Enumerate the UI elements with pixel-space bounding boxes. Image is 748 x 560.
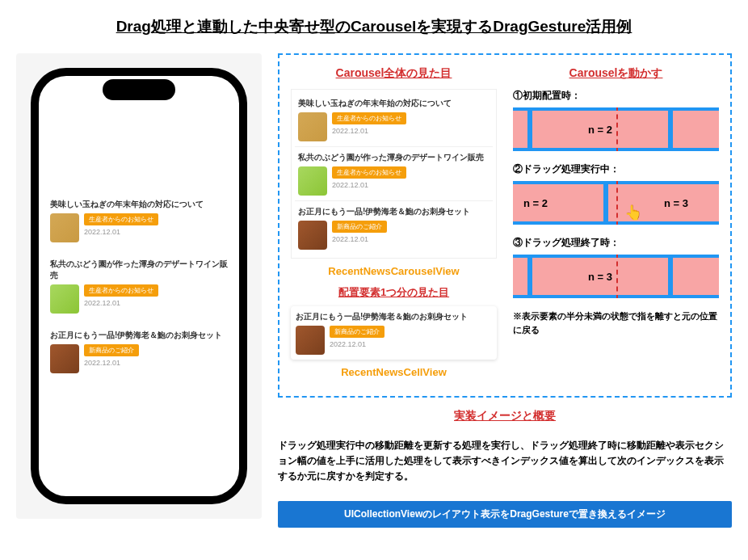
news-thumbnail <box>298 166 327 196</box>
news-date: 2022.12.01 <box>332 181 406 189</box>
news-title: 美味しい玉ねぎの年末年始の対応について <box>50 199 228 210</box>
news-date: 2022.12.01 <box>84 299 158 307</box>
phone-wrapper: 美味しい玉ねぎの年末年始の対応について 生産者からのお知らせ 2022.12.0… <box>16 53 262 519</box>
carousel-diagram-ended: n = 3 <box>513 255 719 298</box>
page-title: Drag処理と連動した中央寄せ型のCarouselを実現するDragGestur… <box>16 16 732 37</box>
news-thumbnail <box>298 221 327 250</box>
list-item: お正月にもう一品!伊勢海老＆鮑のお刺身セット 新商品のご紹介 2022.12.0… <box>45 325 233 378</box>
dashed-box: Carousel全体の見た目 美味しい玉ねぎの年末年始の対応について 生産者から… <box>278 53 732 398</box>
news-thumbnail <box>50 213 79 242</box>
news-title: 私共のぶどう園が作った渾身のデザートワイン販売 <box>50 259 228 281</box>
phone-notch <box>103 79 175 100</box>
category-badge: 新商品のご紹介 <box>84 344 139 356</box>
news-thumbnail <box>50 344 79 373</box>
slide <box>513 258 527 295</box>
section-title: 配置要素1つ分の見た目 <box>291 285 497 300</box>
step-label: ①初期配置時： <box>513 89 719 103</box>
news-title: お正月にもう一品!伊勢海老＆鮑のお刺身セット <box>296 311 492 322</box>
slide: n = 2 <box>513 184 603 221</box>
step-label: ③ドラッグ処理終了時： <box>513 236 719 250</box>
pointer-hand-icon: 👆 <box>624 204 642 221</box>
phone-screen: 美味しい玉ねぎの年末年始の対応について 生産者からのお知らせ 2022.12.0… <box>39 76 239 496</box>
carousel-diagram-dragging: n = 2 n = 3 👆 <box>513 181 719 225</box>
phone-news-list: 美味しい玉ねぎの年末年始の対応について 生産者からのお知らせ 2022.12.0… <box>45 194 233 378</box>
slide <box>673 258 719 295</box>
category-badge: 生産者からのお知らせ <box>84 284 158 297</box>
center-line <box>616 107 618 151</box>
slide <box>673 111 719 148</box>
category-badge: 新商品のご紹介 <box>330 326 385 338</box>
category-badge: 新商品のご紹介 <box>332 221 387 233</box>
center-line <box>616 255 618 298</box>
behavior-note: ※表示要素の半分未満の状態で指を離すと元の位置に戻る <box>513 309 719 336</box>
news-title: お正月にもう一品!伊勢海老＆鮑のお刺身セット <box>298 206 490 217</box>
right-panel: Carousel全体の見た目 美味しい玉ねぎの年末年始の対応について 生産者から… <box>278 53 732 528</box>
news-title: 私共のぶどう園が作った渾身のデザートワイン販売 <box>298 152 490 163</box>
phone-mockup: 美味しい玉ねぎの年末年始の対応について 生産者からのお知らせ 2022.12.0… <box>31 68 247 504</box>
category-badge: 生産者からのお知らせ <box>332 112 406 124</box>
slide <box>513 111 527 148</box>
view-caption: RecentNewsCarouselView <box>291 265 497 277</box>
carousel-preview-list: 美味しい玉ねぎの年末年始の対応について 生産者からのお知らせ 2022.12.0… <box>291 89 497 259</box>
implementation-description: ドラッグ処理実行中の移動距離を更新する処理を実行し、ドラッグ処理終了時に移動距離… <box>278 438 732 485</box>
step-label: ②ドラッグ処理実行中： <box>513 162 719 176</box>
list-item: 私共のぶどう園が作った渾身のデザートワイン販売 生産者からのお知らせ 2022.… <box>295 147 493 201</box>
news-thumbnail <box>296 326 325 355</box>
single-cell-preview: お正月にもう一品!伊勢海老＆鮑のお刺身セット 新商品のご紹介 2022.12.0… <box>291 306 497 360</box>
news-date: 2022.12.01 <box>330 340 385 348</box>
category-badge: 生産者からのお知らせ <box>332 166 406 179</box>
section-title: Carouselを動かす <box>513 66 719 81</box>
news-title: 美味しい玉ねぎの年末年始の対応について <box>298 98 490 109</box>
slide: n = 3 <box>532 258 668 295</box>
column-carousel-appearance: Carousel全体の見た目 美味しい玉ねぎの年末年始の対応について 生産者から… <box>291 66 497 385</box>
news-date: 2022.12.01 <box>332 235 387 243</box>
list-item: 美味しい玉ねぎの年末年始の対応について 生産者からのお知らせ 2022.12.0… <box>295 93 493 147</box>
list-item: 私共のぶどう園が作った渾身のデザートワイン販売 生産者からのお知らせ 2022.… <box>45 254 233 318</box>
news-thumbnail <box>298 112 327 141</box>
carousel-diagram-initial: n = 2 <box>513 107 719 151</box>
news-date: 2022.12.01 <box>84 359 139 367</box>
main-container: 美味しい玉ねぎの年末年始の対応について 生産者からのお知らせ 2022.12.0… <box>16 53 732 528</box>
news-title: お正月にもう一品!伊勢海老＆鮑のお刺身セット <box>50 330 228 341</box>
news-date: 2022.12.01 <box>332 127 406 135</box>
view-caption: RecentNewsCellView <box>291 366 497 378</box>
summary-bar: UICollectionViewのレイアウト表示をDragGestureで置き換… <box>278 501 732 528</box>
news-date: 2022.12.01 <box>84 228 158 236</box>
category-badge: 生産者からのお知らせ <box>84 213 158 225</box>
news-thumbnail <box>50 284 79 314</box>
column-carousel-move: Carouselを動かす ①初期配置時： n = 2 ②ドラッグ処理実行中： n… <box>513 66 719 385</box>
slide: n = 2 <box>532 111 668 148</box>
list-item: 美味しい玉ねぎの年末年始の対応について 生産者からのお知らせ 2022.12.0… <box>45 194 233 247</box>
section-title: Carousel全体の見た目 <box>291 66 497 81</box>
center-line <box>616 181 618 225</box>
list-item: お正月にもう一品!伊勢海老＆鮑のお刺身セット 新商品のご紹介 2022.12.0… <box>295 201 493 255</box>
implementation-title: 実装イメージと概要 <box>278 409 732 423</box>
